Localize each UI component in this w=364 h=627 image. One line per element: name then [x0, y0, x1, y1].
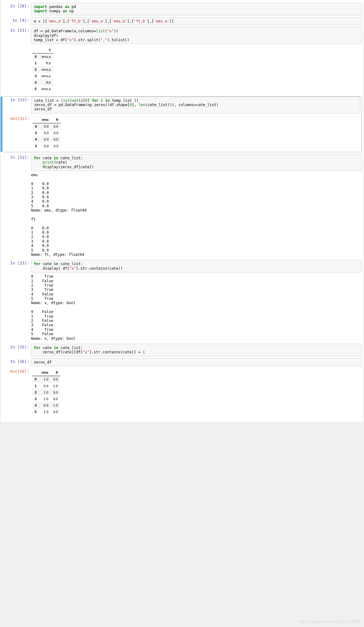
input-prompt: In [9]: [2, 17, 31, 25]
dataframe-output: emsft01.00.010.01.021.00.031.00.040.01.0… [32, 369, 60, 415]
selected-cell-wrapper: In [32]: cate_list = list(set(i[0] for i… [2, 96, 362, 152]
code-input[interactable]: df = pd.DataFrame(a,columns=list("x")) d… [31, 27, 362, 44]
code-cell: In [35]: for cate in cate_list: zeros_df… [2, 344, 362, 356]
code-cell: In [33]: for cate in cate_list: display(… [2, 260, 362, 342]
notebook-page: In [28]: import pandas as pd import nump… [0, 0, 364, 422]
output-row: Out[36]: emsft01.00.010.01.021.00.031.00… [2, 368, 362, 416]
output-row: Out[32]: emsft00.00.030.00.040.00.050.00… [2, 115, 360, 150]
output-prompt: Out[32]: [2, 115, 31, 150]
code-input[interactable]: for cate in cate_list: print(cate) displ… [31, 154, 362, 171]
output-prompt: Out[36]: [2, 368, 31, 416]
code-cell: In [28]: import pandas as pd import nump… [2, 3, 362, 15]
input-prompt: In [28]: [2, 3, 31, 15]
input-prompt: In [32]: [2, 97, 31, 113]
code-input[interactable]: zeros_df [31, 358, 362, 366]
code-cell: In [23]: df = pd.DataFrame(a,columns=lis… [2, 27, 362, 93]
code-input[interactable]: a = [['ems,a'],['ft,b'],['ems,a'],['ems,… [31, 17, 362, 25]
code-input[interactable]: import pandas as pd import numpy as np [31, 3, 362, 15]
code-cell: In [31]: for cate in cate_list: print(ca… [2, 154, 362, 258]
code-cell: In [32]: cate_list = list(set(i[0] for i… [2, 97, 360, 113]
code-input[interactable]: for cate in cate_list: display( df["x"].… [31, 260, 362, 272]
dataframe-output: emsft00.00.030.00.040.00.050.00.0 [33, 117, 61, 149]
input-prompt: In [33]: [2, 260, 31, 342]
dataframe-output: x0ems,a1ft,b2ems,a3ems,a4ft,b5ems,a [32, 46, 53, 92]
input-prompt: In [23]: [2, 27, 31, 93]
code-input[interactable]: cate_list = list(set(i[0] for i in temp_… [31, 97, 360, 113]
input-prompt: In [31]: [2, 154, 31, 258]
input-prompt: In [35]: [2, 344, 31, 356]
code-cell: In [9]: a = [['ems,a'],['ft,b'],['ems,a'… [2, 17, 362, 25]
text-output: ems 0 0.0 1 0.0 2 0.0 3 0.0 4 0.0 5 0.0 … [31, 171, 362, 258]
text-output: 0 True 1 False 2 True 3 True 4 False 5 T… [31, 272, 362, 342]
code-cell: In [36]: zeros_df [2, 358, 362, 366]
code-input[interactable]: for cate in cate_list: zeros_df[cate][df… [31, 344, 362, 356]
input-prompt: In [36]: [2, 358, 31, 366]
